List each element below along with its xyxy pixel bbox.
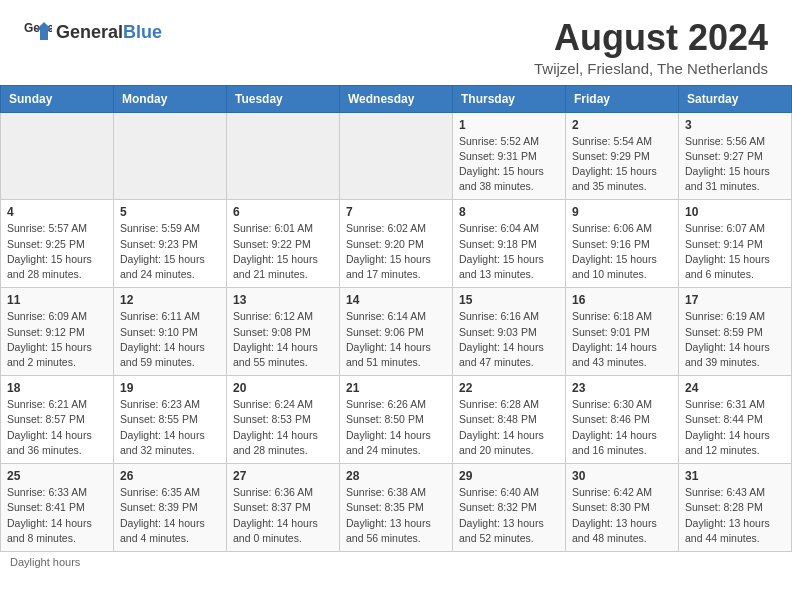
day-number: 9 xyxy=(572,205,672,219)
day-number: 3 xyxy=(685,118,785,132)
month-title: August 2024 xyxy=(534,18,768,58)
day-cell-0-0 xyxy=(1,112,114,200)
day-number: 14 xyxy=(346,293,446,307)
day-info: Sunrise: 6:24 AM Sunset: 8:53 PM Dayligh… xyxy=(233,397,333,458)
day-cell-4-3: 28Sunrise: 6:38 AM Sunset: 8:35 PM Dayli… xyxy=(340,464,453,552)
day-number: 10 xyxy=(685,205,785,219)
day-number: 13 xyxy=(233,293,333,307)
day-number: 28 xyxy=(346,469,446,483)
day-number: 26 xyxy=(120,469,220,483)
logo-general-text: General xyxy=(56,22,123,43)
day-number: 15 xyxy=(459,293,559,307)
day-info: Sunrise: 6:02 AM Sunset: 9:20 PM Dayligh… xyxy=(346,221,446,282)
day-info: Sunrise: 6:42 AM Sunset: 8:30 PM Dayligh… xyxy=(572,485,672,546)
logo-icon: General xyxy=(24,18,52,46)
day-cell-2-5: 16Sunrise: 6:18 AM Sunset: 9:01 PM Dayli… xyxy=(566,288,679,376)
day-number: 20 xyxy=(233,381,333,395)
day-number: 30 xyxy=(572,469,672,483)
day-number: 27 xyxy=(233,469,333,483)
day-info: Sunrise: 5:52 AM Sunset: 9:31 PM Dayligh… xyxy=(459,134,559,195)
day-number: 21 xyxy=(346,381,446,395)
day-cell-0-3 xyxy=(340,112,453,200)
day-number: 4 xyxy=(7,205,107,219)
day-info: Sunrise: 6:06 AM Sunset: 9:16 PM Dayligh… xyxy=(572,221,672,282)
day-cell-3-4: 22Sunrise: 6:28 AM Sunset: 8:48 PM Dayli… xyxy=(453,376,566,464)
day-cell-2-4: 15Sunrise: 6:16 AM Sunset: 9:03 PM Dayli… xyxy=(453,288,566,376)
day-info: Sunrise: 6:04 AM Sunset: 9:18 PM Dayligh… xyxy=(459,221,559,282)
week-row-3: 11Sunrise: 6:09 AM Sunset: 9:12 PM Dayli… xyxy=(1,288,792,376)
col-saturday: Saturday xyxy=(679,85,792,112)
day-cell-2-2: 13Sunrise: 6:12 AM Sunset: 9:08 PM Dayli… xyxy=(227,288,340,376)
day-cell-4-1: 26Sunrise: 6:35 AM Sunset: 8:39 PM Dayli… xyxy=(114,464,227,552)
day-number: 7 xyxy=(346,205,446,219)
col-monday: Monday xyxy=(114,85,227,112)
day-info: Sunrise: 6:30 AM Sunset: 8:46 PM Dayligh… xyxy=(572,397,672,458)
footer-note: Daylight hours xyxy=(0,552,792,572)
day-cell-0-5: 2Sunrise: 5:54 AM Sunset: 9:29 PM Daylig… xyxy=(566,112,679,200)
day-info: Sunrise: 6:35 AM Sunset: 8:39 PM Dayligh… xyxy=(120,485,220,546)
day-cell-3-6: 24Sunrise: 6:31 AM Sunset: 8:44 PM Dayli… xyxy=(679,376,792,464)
day-number: 12 xyxy=(120,293,220,307)
day-number: 31 xyxy=(685,469,785,483)
day-info: Sunrise: 6:14 AM Sunset: 9:06 PM Dayligh… xyxy=(346,309,446,370)
day-info: Sunrise: 5:56 AM Sunset: 9:27 PM Dayligh… xyxy=(685,134,785,195)
day-cell-4-5: 30Sunrise: 6:42 AM Sunset: 8:30 PM Dayli… xyxy=(566,464,679,552)
col-friday: Friday xyxy=(566,85,679,112)
day-cell-2-0: 11Sunrise: 6:09 AM Sunset: 9:12 PM Dayli… xyxy=(1,288,114,376)
day-cell-0-2 xyxy=(227,112,340,200)
day-cell-3-5: 23Sunrise: 6:30 AM Sunset: 8:46 PM Dayli… xyxy=(566,376,679,464)
day-cell-3-3: 21Sunrise: 6:26 AM Sunset: 8:50 PM Dayli… xyxy=(340,376,453,464)
day-cell-3-2: 20Sunrise: 6:24 AM Sunset: 8:53 PM Dayli… xyxy=(227,376,340,464)
week-row-4: 18Sunrise: 6:21 AM Sunset: 8:57 PM Dayli… xyxy=(1,376,792,464)
day-info: Sunrise: 6:19 AM Sunset: 8:59 PM Dayligh… xyxy=(685,309,785,370)
day-cell-2-3: 14Sunrise: 6:14 AM Sunset: 9:06 PM Dayli… xyxy=(340,288,453,376)
day-cell-0-4: 1Sunrise: 5:52 AM Sunset: 9:31 PM Daylig… xyxy=(453,112,566,200)
week-row-5: 25Sunrise: 6:33 AM Sunset: 8:41 PM Dayli… xyxy=(1,464,792,552)
day-info: Sunrise: 6:23 AM Sunset: 8:55 PM Dayligh… xyxy=(120,397,220,458)
day-info: Sunrise: 6:09 AM Sunset: 9:12 PM Dayligh… xyxy=(7,309,107,370)
col-tuesday: Tuesday xyxy=(227,85,340,112)
day-cell-0-1 xyxy=(114,112,227,200)
col-sunday: Sunday xyxy=(1,85,114,112)
week-row-1: 1Sunrise: 5:52 AM Sunset: 9:31 PM Daylig… xyxy=(1,112,792,200)
day-cell-1-3: 7Sunrise: 6:02 AM Sunset: 9:20 PM Daylig… xyxy=(340,200,453,288)
day-cell-4-4: 29Sunrise: 6:40 AM Sunset: 8:32 PM Dayli… xyxy=(453,464,566,552)
day-info: Sunrise: 6:07 AM Sunset: 9:14 PM Dayligh… xyxy=(685,221,785,282)
day-info: Sunrise: 6:33 AM Sunset: 8:41 PM Dayligh… xyxy=(7,485,107,546)
logo: General GeneralBlue xyxy=(24,18,162,46)
day-info: Sunrise: 6:31 AM Sunset: 8:44 PM Dayligh… xyxy=(685,397,785,458)
day-cell-1-5: 9Sunrise: 6:06 AM Sunset: 9:16 PM Daylig… xyxy=(566,200,679,288)
day-info: Sunrise: 6:21 AM Sunset: 8:57 PM Dayligh… xyxy=(7,397,107,458)
day-info: Sunrise: 6:43 AM Sunset: 8:28 PM Dayligh… xyxy=(685,485,785,546)
day-number: 1 xyxy=(459,118,559,132)
day-cell-4-0: 25Sunrise: 6:33 AM Sunset: 8:41 PM Dayli… xyxy=(1,464,114,552)
col-thursday: Thursday xyxy=(453,85,566,112)
day-number: 25 xyxy=(7,469,107,483)
day-info: Sunrise: 5:54 AM Sunset: 9:29 PM Dayligh… xyxy=(572,134,672,195)
calendar-header-row: Sunday Monday Tuesday Wednesday Thursday… xyxy=(1,85,792,112)
logo-blue-text: Blue xyxy=(123,22,162,43)
location-subtitle: Twijzel, Friesland, The Netherlands xyxy=(534,60,768,77)
day-info: Sunrise: 6:28 AM Sunset: 8:48 PM Dayligh… xyxy=(459,397,559,458)
day-cell-2-6: 17Sunrise: 6:19 AM Sunset: 8:59 PM Dayli… xyxy=(679,288,792,376)
day-number: 11 xyxy=(7,293,107,307)
day-cell-2-1: 12Sunrise: 6:11 AM Sunset: 9:10 PM Dayli… xyxy=(114,288,227,376)
col-wednesday: Wednesday xyxy=(340,85,453,112)
week-row-2: 4Sunrise: 5:57 AM Sunset: 9:25 PM Daylig… xyxy=(1,200,792,288)
day-cell-4-2: 27Sunrise: 6:36 AM Sunset: 8:37 PM Dayli… xyxy=(227,464,340,552)
day-cell-1-2: 6Sunrise: 6:01 AM Sunset: 9:22 PM Daylig… xyxy=(227,200,340,288)
day-info: Sunrise: 6:12 AM Sunset: 9:08 PM Dayligh… xyxy=(233,309,333,370)
day-cell-1-0: 4Sunrise: 5:57 AM Sunset: 9:25 PM Daylig… xyxy=(1,200,114,288)
day-number: 22 xyxy=(459,381,559,395)
day-number: 23 xyxy=(572,381,672,395)
day-cell-0-6: 3Sunrise: 5:56 AM Sunset: 9:27 PM Daylig… xyxy=(679,112,792,200)
day-cell-3-1: 19Sunrise: 6:23 AM Sunset: 8:55 PM Dayli… xyxy=(114,376,227,464)
day-cell-4-6: 31Sunrise: 6:43 AM Sunset: 8:28 PM Dayli… xyxy=(679,464,792,552)
page-header: General GeneralBlue August 2024 Twijzel,… xyxy=(0,0,792,85)
day-number: 24 xyxy=(685,381,785,395)
title-area: August 2024 Twijzel, Friesland, The Neth… xyxy=(534,18,768,77)
day-info: Sunrise: 6:38 AM Sunset: 8:35 PM Dayligh… xyxy=(346,485,446,546)
day-number: 6 xyxy=(233,205,333,219)
day-info: Sunrise: 6:01 AM Sunset: 9:22 PM Dayligh… xyxy=(233,221,333,282)
calendar-table: Sunday Monday Tuesday Wednesday Thursday… xyxy=(0,85,792,552)
